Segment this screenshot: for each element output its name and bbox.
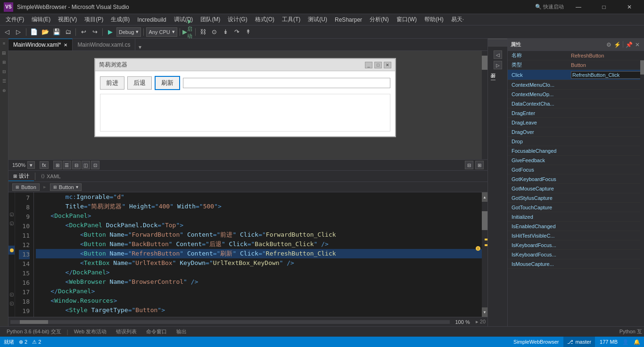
code-hscrollbar[interactable] (10, 320, 450, 324)
event-click-input[interactable] (571, 71, 642, 79)
menu-design[interactable]: 设计(G) (224, 15, 251, 25)
code-scroll-thumb[interactable] (482, 211, 487, 230)
menu-incredibuild[interactable]: Incredibuild (133, 16, 170, 24)
bottom-tab-errors[interactable]: 错误列表 (111, 327, 141, 336)
status-notification-icon[interactable]: 🔔 (634, 339, 640, 345)
preview-close-btn[interactable]: ✕ (384, 62, 391, 68)
activity-icon-1[interactable]: ≡ (0, 40, 8, 47)
tb-forward[interactable]: ▷ (13, 27, 24, 37)
menu-test[interactable]: 测试(U) (304, 15, 331, 25)
event-row-contextmenuop[interactable]: ContextMenuOp... (508, 90, 644, 99)
event-row-datacontextcha[interactable]: DataContextCha... (508, 99, 644, 108)
fx-button[interactable]: fx (40, 161, 49, 169)
maximize-button[interactable]: □ (593, 0, 615, 14)
menu-project[interactable]: 项目(P) (81, 15, 107, 25)
event-row-contextmenuclo[interactable]: ContextMenuClo... (508, 80, 644, 90)
prop-lightning-btn[interactable]: ⚡ (613, 41, 621, 49)
grid-view-btn[interactable]: ⊞ (53, 161, 62, 169)
zoom-fit-btn[interactable]: ⊡ (91, 161, 99, 169)
tb-redo[interactable]: ↪ (90, 27, 100, 37)
code-hscroll-thumb[interactable] (20, 320, 48, 324)
event-row-isenabledchanged[interactable]: IsEnabledChanged (508, 222, 644, 231)
event-row-iskeyboardfocus1[interactable]: IsKeyboardFocus... (508, 240, 644, 250)
activity-icon-4[interactable]: ⊟ (0, 68, 8, 75)
code-text-area[interactable]: mc:Ignorable="d" Title="简易浏览器" Height="4… (34, 192, 487, 317)
team-resources-tab[interactable]: 团队资源 (488, 39, 507, 47)
tb-undo[interactable]: ↩ (78, 27, 89, 37)
tb-attach[interactable]: ⛓ (198, 27, 208, 37)
tb-save[interactable]: 💾 (51, 27, 62, 37)
menu-window[interactable]: 窗口(W) (393, 15, 421, 25)
menu-edit[interactable]: 编辑(E) (28, 15, 54, 25)
tab-design[interactable]: ⊞ 设计 (8, 172, 34, 181)
debug-config-dropdown[interactable]: Debug▾ (116, 27, 141, 37)
activity-icon-5[interactable]: ☰ (0, 77, 8, 85)
event-row-ismousecapture[interactable]: IsMouseCapture... (508, 259, 644, 269)
breadcrumb-item1[interactable]: ⊞ Button (12, 183, 40, 191)
bottom-tab-output[interactable]: 输出 (172, 327, 191, 336)
preview-scrollbar[interactable] (482, 51, 487, 159)
tab-mode-vert[interactable]: ⊞ (475, 161, 484, 169)
fold-9[interactable]: - (10, 213, 14, 216)
bottom-tab-web-publish[interactable]: Web 发布活动 (69, 327, 111, 336)
tab-main-cs[interactable]: MainWindow.xaml.cs (73, 39, 135, 50)
menu-resharper[interactable]: ReSharper (331, 16, 366, 24)
event-row-drop[interactable]: Drop (508, 137, 644, 146)
tab-close-xaml[interactable]: ✕ (64, 42, 67, 48)
bottom-tab-command[interactable]: 命令窗口 (141, 327, 172, 336)
tb-step-out[interactable]: ↟ (243, 27, 254, 37)
fold-10[interactable]: - (10, 222, 14, 225)
preview-url-input[interactable] (183, 78, 390, 88)
tb-step-over[interactable]: ↷ (232, 27, 242, 37)
preview-maximize-btn[interactable]: □ (374, 62, 382, 68)
activity-icon-2[interactable]: ▤ (0, 49, 8, 57)
prop-pin-btn[interactable]: 📌 (625, 41, 633, 49)
code-zoom-100[interactable]: 100 % (452, 319, 474, 325)
menu-analyze[interactable]: 分析(N) (366, 15, 393, 25)
team-icon-2[interactable]: ▷ (494, 61, 502, 69)
code-scrollbar[interactable]: ▲ ▼ (482, 192, 487, 317)
prop-scroll-thumb[interactable] (640, 60, 644, 74)
status-warnings[interactable]: ⚠ 2 (32, 339, 41, 345)
menu-user[interactable]: 易天· (447, 15, 468, 25)
tab-mode-horiz[interactable]: ⊟ (465, 161, 473, 169)
prop-close-btn[interactable]: ✕ (634, 41, 641, 49)
event-row-dragenter[interactable]: DragEnter (508, 108, 644, 118)
event-row-click[interactable]: Click (508, 70, 644, 80)
menu-debug[interactable]: 调试(D) (170, 15, 197, 25)
snap-btn[interactable]: ◫ (82, 161, 90, 169)
prop-settings-btn[interactable]: ⚙ (605, 41, 612, 49)
team-icon-1[interactable]: ◁ (494, 50, 502, 59)
event-row-gotmousecapture[interactable]: GotMouseCapture (508, 184, 644, 193)
activity-icon-3[interactable]: ⊞ (0, 58, 8, 66)
tab-main-xaml[interactable]: MainWindow.xaml* ✕ (8, 39, 73, 50)
close-button[interactable]: ✕ (619, 0, 640, 14)
preview-back-btn[interactable]: 后退 (127, 76, 152, 90)
menu-team[interactable]: 团队(M) (197, 15, 224, 25)
event-row-gottouchcapture[interactable]: GotTouchCapture (508, 203, 644, 212)
team-connect[interactable]: 连接 | S (490, 75, 496, 82)
fold-19[interactable]: - (10, 302, 14, 306)
status-errors[interactable]: ⊗ 2 (19, 339, 27, 345)
preview-minimize-btn[interactable]: _ (365, 62, 372, 68)
panel-view-btn[interactable]: ⊟ (72, 161, 81, 169)
tb-breakpoint[interactable]: ⊙ (209, 27, 220, 37)
tb-step[interactable]: ↡ (221, 27, 231, 37)
menu-tools[interactable]: 工具(T) (278, 15, 304, 25)
status-user-icon[interactable]: 👤 (622, 339, 629, 345)
prop-scrollbar[interactable] (640, 60, 644, 324)
fold-18[interactable]: - (10, 293, 14, 297)
event-row-iskeyboardfocus2[interactable]: IsKeyboardFocus... (508, 250, 644, 259)
minimize-button[interactable]: — (568, 0, 589, 14)
git-branch[interactable]: ⎇ master (563, 337, 595, 347)
bottom-tab-python[interactable]: Python 3.6 (64-bit) 交互 (2, 327, 66, 336)
event-row-gotfocus[interactable]: GotFocus (508, 165, 644, 174)
events-list[interactable]: Click ContextMenuClo... ContextMenuOp...… (508, 70, 644, 326)
tb-back[interactable]: ◁ (2, 27, 12, 37)
code-scroll-track[interactable] (482, 202, 487, 307)
code-scroll-up[interactable]: ▲ (482, 192, 487, 202)
event-row-dragover[interactable]: DragOver (508, 127, 644, 137)
menu-build[interactable]: 生成(B) (107, 15, 133, 25)
menu-help[interactable]: 帮助(H) (421, 15, 447, 25)
tb-start-run[interactable]: ▶ ▶ 启动· (182, 27, 193, 37)
